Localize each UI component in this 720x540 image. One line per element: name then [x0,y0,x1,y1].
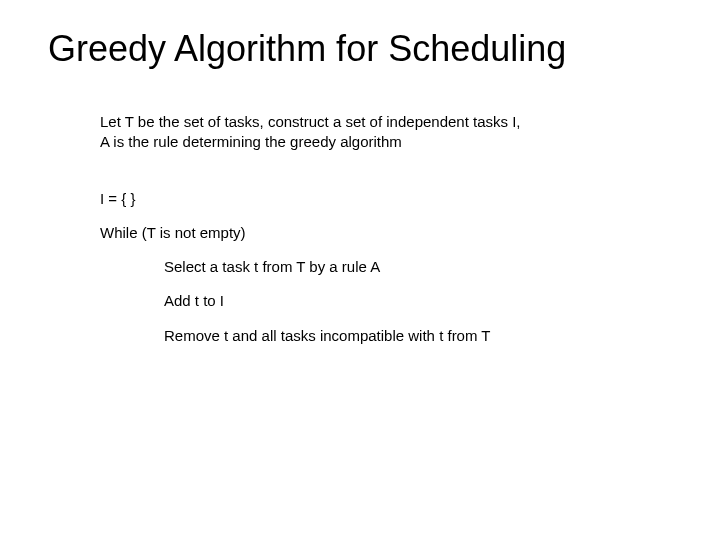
step-while: While (T is not empty) [100,223,672,243]
intro-line-1: Let T be the set of tasks, construct a s… [100,112,672,132]
step-select: Select a task t from T by a rule A [100,257,672,277]
step-init: I = { } [100,189,672,209]
slide: Greedy Algorithm for Scheduling Let T be… [0,0,720,540]
step-remove: Remove t and all tasks incompatible with… [100,326,672,346]
slide-title: Greedy Algorithm for Scheduling [48,28,672,70]
step-add: Add t to I [100,291,672,311]
slide-content: Let T be the set of tasks, construct a s… [48,112,672,346]
intro-block: Let T be the set of tasks, construct a s… [100,112,672,153]
intro-line-2: A is the rule determining the greedy alg… [100,132,672,152]
